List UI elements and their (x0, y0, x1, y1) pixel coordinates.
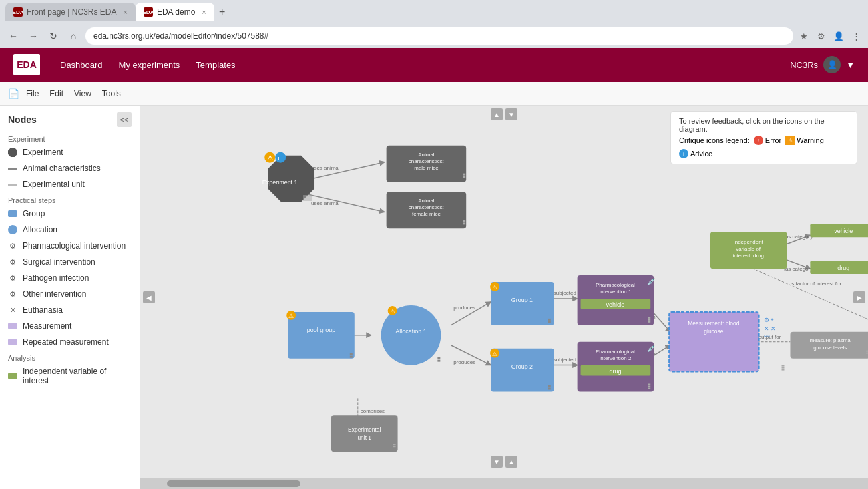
nav-templates[interactable]: Templates (196, 60, 235, 70)
toolbar-edit[interactable]: Edit (45, 89, 67, 98)
pathogen-infection-icon: ⚙ (8, 273, 17, 283)
canvas-scrollbar[interactable] (140, 478, 868, 489)
svg-rect-51 (350, 356, 353, 358)
nav-dashboard[interactable]: Dashboard (60, 60, 103, 70)
svg-text:Group 2: Group 2 (511, 363, 533, 370)
refresh-button[interactable]: ↻ (45, 28, 61, 44)
svg-rect-41 (463, 176, 465, 178)
tab-close-2[interactable]: × (202, 8, 206, 16)
pharm-intervention-icon: ⚙ (8, 241, 17, 251)
main-nav: Dashboard My experiments Templates (60, 60, 770, 70)
experimental-unit-node[interactable] (331, 415, 398, 452)
svg-text:✕: ✕ (764, 325, 769, 332)
sidebar-collapse-button[interactable]: << (117, 112, 132, 127)
nav-my-experiments[interactable]: My experiments (119, 60, 180, 70)
svg-rect-92 (782, 369, 785, 371)
nav-down-button[interactable]: ▼ (491, 456, 503, 468)
sidebar-item-independent-variable[interactable]: Independent variable of interest (0, 363, 140, 389)
sidebar-label-animal-characteristics: Animal characteristics (23, 164, 101, 173)
sidebar-item-experimental-unit[interactable]: Experimental unit (0, 176, 140, 192)
group1-node[interactable] (491, 282, 554, 325)
sidebar-label-experiment: Experiment (23, 148, 63, 157)
other-intervention-icon: ⚙ (8, 289, 17, 299)
svg-rect-61 (548, 321, 551, 323)
sidebar-label-pathogen-infection: Pathogen infection (23, 273, 89, 283)
svg-text:uses animal: uses animal (311, 165, 340, 171)
experiment-icon (8, 148, 17, 157)
svg-text:Pharmacological: Pharmacological (596, 349, 635, 355)
svg-rect-90 (782, 365, 785, 367)
toolbar-view[interactable]: View (70, 89, 95, 98)
group2-node[interactable] (491, 349, 554, 392)
svg-rect-36 (303, 199, 312, 200)
user-dropdown-icon[interactable]: ▼ (846, 60, 855, 70)
allocation-icon (8, 225, 17, 234)
svg-rect-50 (350, 353, 353, 355)
sidebar-item-animal-characteristics[interactable]: Animal characteristics (0, 160, 140, 176)
user-avatar[interactable]: 👤 (823, 56, 841, 73)
svg-text:⚙: ⚙ (764, 317, 769, 323)
canvas-nav-down: ▼ ▲ (491, 456, 517, 468)
svg-text:measure: plasma: measure: plasma (810, 337, 851, 343)
svg-text:💉: 💉 (647, 344, 656, 353)
sidebar-item-group[interactable]: Group (0, 206, 140, 222)
svg-rect-34 (303, 196, 312, 197)
sidebar-label-other-intervention: Other intervention (23, 289, 86, 299)
svg-text:Independent: Independent (734, 239, 764, 245)
group-icon (8, 210, 17, 217)
sidebar-title: Nodes (8, 114, 37, 125)
back-button[interactable]: ← (5, 28, 21, 44)
sidebar-item-measurement[interactable]: Measurement (0, 318, 140, 334)
sidebar-item-experiment[interactable]: Experiment (0, 144, 140, 160)
app-header: EDA Dashboard My experiments Templates N… (0, 48, 868, 82)
svg-text:intervention 1: intervention 1 (599, 289, 631, 295)
sidebar-item-surgical-intervention[interactable]: ⚙ Surgical intervention (0, 254, 140, 270)
new-tab-button[interactable]: + (214, 4, 230, 20)
toolbar-file[interactable]: File (22, 89, 43, 98)
svg-rect-60 (548, 319, 551, 321)
tab-close-1[interactable]: × (124, 8, 128, 16)
sidebar-section-practical-steps: Practical steps (0, 192, 140, 206)
menu-icon[interactable]: ⋮ (849, 29, 863, 43)
forward-button[interactable]: → (25, 28, 41, 44)
svg-text:produces: produces (453, 359, 475, 365)
svg-text:vehicle: vehicle (834, 228, 853, 234)
svg-text:characteristics:: characteristics: (409, 204, 444, 210)
logo-box: EDA (13, 54, 40, 75)
sidebar-item-allocation[interactable]: Allocation (0, 222, 140, 238)
extension-icon[interactable]: ⚙ (815, 29, 828, 43)
sidebar-label-group: Group (23, 209, 45, 218)
address-input[interactable] (85, 27, 793, 45)
diagram-canvas[interactable]: uses animal uses animal subjected to pro… (140, 106, 868, 478)
svg-rect-81 (648, 385, 650, 387)
sidebar-item-other-intervention[interactable]: ⚙ Other intervention (0, 286, 140, 302)
profile-icon[interactable]: 👤 (832, 29, 845, 43)
svg-rect-72 (648, 317, 650, 319)
bookmark-icon[interactable]: ★ (797, 29, 811, 43)
sidebar-item-euthanasia[interactable]: ✕ Euthanasia (0, 302, 140, 318)
sidebar-item-repeated-measurement[interactable]: Repeated measurement (0, 334, 140, 350)
svg-text:characteristics:: characteristics: (409, 158, 444, 164)
home-button[interactable]: ⌂ (65, 28, 81, 44)
svg-rect-35 (303, 198, 312, 199)
scrollbar-thumb[interactable] (167, 480, 300, 487)
tab-edademo[interactable]: EDA EDA demo × (136, 3, 214, 21)
sidebar-label-experimental-unit: Experimental unit (23, 180, 85, 189)
svg-text:interest: drug: interest: drug (732, 253, 764, 259)
sidebar-item-pathogen-infection[interactable]: ⚙ Pathogen infection (0, 270, 140, 286)
svg-text:⚠: ⚠ (288, 313, 294, 319)
svg-rect-114 (393, 446, 396, 447)
sidebar-item-pharm-intervention[interactable]: ⚙ Pharmacological intervention (0, 238, 140, 254)
svg-text:✕: ✕ (771, 325, 776, 332)
svg-text:⚠: ⚠ (492, 351, 497, 357)
svg-rect-80 (648, 384, 650, 385)
user-name: NC3Rs (790, 60, 818, 70)
nav-up-bottom-button[interactable]: ▲ (505, 456, 517, 468)
pool-group-node[interactable] (288, 312, 355, 359)
toolbar-file-group: 📄 File Edit View Tools (8, 88, 125, 99)
tab-frontpage[interactable]: EDA Front page | NC3Rs EDA × (5, 3, 136, 21)
svg-text:output for: output for (758, 334, 781, 340)
main-layout: Nodes << Experiment Experiment Animal ch… (0, 106, 868, 489)
toolbar-tools[interactable]: Tools (98, 89, 125, 98)
svg-text:⚠: ⚠ (492, 284, 497, 291)
